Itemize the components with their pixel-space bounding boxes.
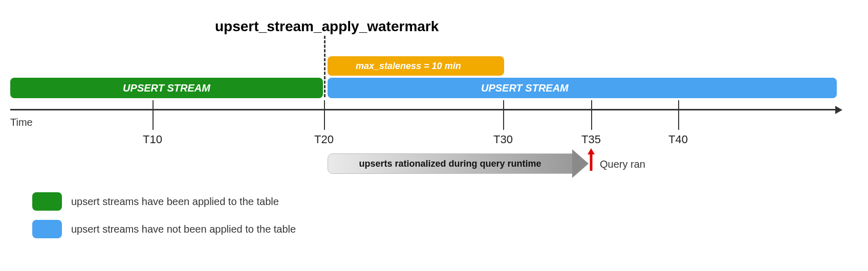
axis-tick-label: T10 (143, 133, 162, 146)
rationalized-arrow: upserts rationalized during query runtim… (328, 153, 589, 174)
axis-tick (678, 100, 679, 130)
legend-swatch-green (32, 192, 62, 211)
axis-tick (591, 100, 592, 130)
legend-swatch-blue (32, 220, 62, 238)
legend: upsert streams have been applied to the … (32, 183, 296, 238)
time-axis-label: Time (10, 117, 33, 128)
max-staleness-badge: max_staleness = 10 min (328, 56, 504, 76)
axis-tick-label: T30 (493, 133, 513, 146)
axis-tick-label: T40 (668, 133, 688, 146)
upsert-stream-unapplied-bar: UPSERT STREAM (328, 78, 837, 98)
diagram-title: upsert_stream_apply_watermark (215, 18, 439, 35)
upsert-stream-applied-bar: UPSERT STREAM (10, 78, 323, 98)
time-axis-arrowhead (835, 106, 842, 114)
legend-text-blue: upsert streams have not been applied to … (71, 223, 296, 235)
axis-tick-label: T35 (581, 133, 601, 146)
legend-item-blue: upsert streams have not been applied to … (32, 220, 296, 238)
watermark-divider (324, 36, 326, 97)
query-ran-arrow-stem (590, 154, 593, 171)
arrowhead-icon (572, 149, 589, 178)
axis-tick (503, 100, 504, 130)
axis-tick (324, 100, 325, 130)
axis-tick-label: T20 (314, 133, 334, 146)
legend-item-green: upsert streams have been applied to the … (32, 192, 296, 211)
query-ran-arrowhead-icon (588, 148, 595, 154)
axis-tick (153, 100, 154, 130)
time-axis (10, 109, 837, 110)
query-ran-label: Query ran (600, 159, 645, 170)
rationalized-label: upserts rationalized during query runtim… (328, 153, 573, 174)
legend-text-green: upsert streams have been applied to the … (71, 196, 279, 208)
